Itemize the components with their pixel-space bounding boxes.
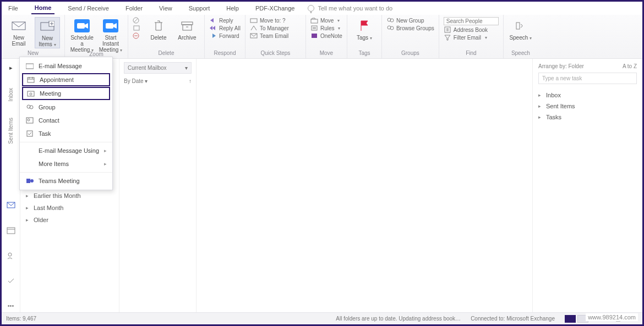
svg-rect-26 bbox=[26, 64, 34, 69]
menu-email-using[interactable]: E-mail Message Using ▸ bbox=[20, 144, 112, 157]
message-list: Current Mailbox ▾ By Date ▾ ↑ bbox=[119, 59, 197, 312]
main-area: ▸ Inbox Sent Items ••• E-mail Message Ap… bbox=[2, 59, 642, 312]
bulb-icon bbox=[308, 5, 314, 12]
new-email-label: New Email bbox=[6, 35, 31, 47]
status-sync: All folders are up to date. Updating add… bbox=[336, 316, 461, 322]
trash-icon bbox=[150, 19, 167, 33]
delete-button[interactable]: Delete bbox=[146, 17, 171, 41]
rail-label-inbox[interactable]: Inbox bbox=[8, 88, 14, 101]
svg-rect-16 bbox=[312, 34, 317, 38]
rail-label-sent[interactable]: Sent Items bbox=[8, 118, 14, 144]
menu-teams-meeting[interactable]: Teams Meeting bbox=[20, 174, 112, 187]
archive-label: Archive bbox=[178, 35, 196, 41]
view-switcher bbox=[565, 315, 588, 323]
forward-button[interactable]: Forward bbox=[209, 32, 241, 39]
group-label-quicksteps: Quick Steps bbox=[250, 50, 301, 57]
tab-home[interactable]: Home bbox=[31, 2, 55, 14]
svg-rect-6 bbox=[106, 23, 113, 29]
ribbon-group-speech: Speech Speech bbox=[504, 15, 538, 58]
todo-sort-label[interactable]: A to Z bbox=[623, 63, 637, 69]
tell-me-search[interactable]: Tell me what you want to do bbox=[308, 5, 392, 12]
sort-direction-toggle[interactable]: ↑ bbox=[189, 78, 192, 84]
submenu-arrow-icon: ▸ bbox=[104, 161, 107, 167]
mail-nav-icon[interactable] bbox=[7, 201, 15, 210]
schedule-meeting-button[interactable]: Schedule a Meeting bbox=[69, 17, 95, 53]
todo-arrange-label[interactable]: Arrange by: Folder bbox=[538, 63, 584, 69]
tab-file[interactable]: File bbox=[5, 3, 21, 14]
tab-help[interactable]: Help bbox=[223, 3, 242, 14]
start-instant-meeting-button[interactable]: Start Instant Meeting bbox=[98, 17, 123, 53]
ribbon-group-move: Move Rules OneNote Move bbox=[306, 15, 347, 58]
menu-appointment[interactable]: Appointment bbox=[22, 73, 110, 86]
quickstep-tomanager[interactable]: To Manager bbox=[250, 25, 289, 31]
ribbon-group-respond: Reply Reply All Forward Respond bbox=[205, 15, 245, 58]
svg-rect-15 bbox=[312, 26, 317, 30]
reply-all-button[interactable]: Reply All bbox=[209, 25, 241, 31]
tags-button[interactable]: Tags bbox=[352, 17, 377, 41]
menu-more-items[interactable]: More Items ▸ bbox=[20, 157, 112, 170]
nav-group-lastmonth[interactable]: ▸Last Month bbox=[24, 202, 116, 214]
browse-groups-button[interactable]: Browse Groups bbox=[386, 25, 434, 31]
new-items-menu: E-mail Message Appointment Meeting Group… bbox=[19, 57, 113, 190]
tasks-nav-icon[interactable] bbox=[7, 277, 15, 286]
svg-rect-28 bbox=[28, 91, 34, 96]
rules-button[interactable]: Rules bbox=[310, 25, 342, 31]
folder-nav: E-mail Message Appointment Meeting Group… bbox=[20, 59, 119, 312]
menu-group[interactable]: Group bbox=[20, 101, 112, 114]
new-group-button[interactable]: New Group bbox=[386, 17, 434, 24]
junk-button[interactable] bbox=[133, 32, 140, 39]
filter-email-button[interactable]: Filter Email bbox=[444, 34, 499, 41]
sort-by-selector[interactable]: By Date ▾ bbox=[124, 78, 148, 84]
onenote-button[interactable]: OneNote bbox=[310, 32, 342, 39]
group-label-new: New bbox=[6, 50, 60, 57]
contact-icon bbox=[25, 117, 34, 124]
calendar-nav-icon[interactable] bbox=[7, 226, 15, 235]
ignore-button[interactable] bbox=[133, 17, 140, 24]
nav-group-earlier[interactable]: ▸Earlier this Month bbox=[24, 190, 116, 202]
move-button[interactable]: Move bbox=[310, 17, 342, 24]
menu-meeting[interactable]: Meeting bbox=[22, 87, 110, 100]
speech-button[interactable]: Speech bbox=[508, 17, 533, 41]
tab-support[interactable]: Support bbox=[185, 3, 214, 14]
menu-contact[interactable]: Contact bbox=[20, 114, 112, 127]
tab-pdf-xchange[interactable]: PDF-XChange bbox=[252, 3, 298, 14]
svg-rect-14 bbox=[311, 19, 318, 23]
reply-button[interactable]: Reply bbox=[209, 17, 241, 24]
svg-rect-27 bbox=[28, 78, 34, 82]
archive-icon bbox=[179, 19, 195, 33]
ribbon-group-new: New Email New Items New bbox=[2, 15, 65, 58]
svg-point-33 bbox=[28, 119, 30, 121]
rail-caret-icon[interactable]: ▸ bbox=[9, 64, 13, 71]
nav-group-older[interactable]: ▸Older bbox=[24, 214, 116, 226]
cleanup-button[interactable] bbox=[133, 25, 140, 31]
envelope-icon bbox=[10, 19, 27, 33]
chevron-down-icon: ▾ bbox=[145, 78, 148, 84]
quickstep-moveto[interactable]: Move to: ? bbox=[250, 17, 289, 24]
menu-task[interactable]: Task bbox=[20, 127, 112, 140]
new-email-button[interactable]: New Email bbox=[6, 17, 31, 47]
todo-folder-inbox[interactable]: ▸Inbox bbox=[538, 90, 637, 101]
archive-button[interactable]: Archive bbox=[174, 17, 200, 41]
new-items-label: New Items bbox=[35, 35, 59, 48]
people-nav-icon[interactable] bbox=[7, 252, 15, 261]
quickstep-teamemail[interactable]: Team Email bbox=[250, 32, 289, 39]
todo-folder-sent[interactable]: ▸Sent Items bbox=[538, 101, 637, 112]
group-icon bbox=[25, 103, 34, 111]
new-task-input[interactable]: Type a new task bbox=[538, 73, 637, 84]
mailbox-scope-selector[interactable]: Current Mailbox ▾ bbox=[124, 62, 192, 74]
nav-more-icon[interactable]: ••• bbox=[8, 302, 14, 309]
new-items-button[interactable]: New Items bbox=[35, 17, 60, 48]
tab-send-receive[interactable]: Send / Receive bbox=[64, 3, 112, 14]
ribbon-group-quicksteps: Move to: ? To Manager Team Email Quick S… bbox=[245, 15, 306, 58]
reading-pane bbox=[197, 59, 532, 312]
search-people-input[interactable] bbox=[444, 17, 499, 25]
tab-view[interactable]: View bbox=[156, 3, 176, 14]
todo-folder-tasks[interactable]: ▸Tasks bbox=[538, 112, 637, 123]
flag-icon bbox=[356, 19, 373, 33]
menu-email-message[interactable]: E-mail Message bbox=[20, 59, 112, 73]
tab-folder[interactable]: Folder bbox=[122, 3, 146, 14]
view-normal-button[interactable] bbox=[565, 315, 576, 323]
address-book-button[interactable]: Address Book bbox=[444, 26, 499, 33]
svg-rect-4 bbox=[77, 23, 85, 29]
ribbon-tabs: File Home Send / Receive Folder View Sup… bbox=[2, 2, 642, 15]
